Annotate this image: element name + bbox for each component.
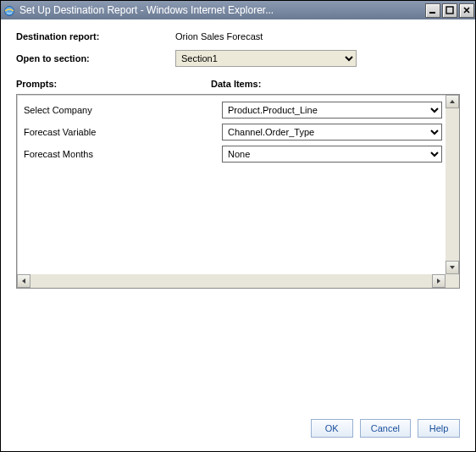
prompt-row: Forecast Variable Channel.Order_Type [24,124,442,141]
close-button[interactable] [459,3,474,18]
ie-icon [3,3,16,17]
prompt-label: Forecast Months [24,149,222,159]
open-to-section-label: Open to section: [16,53,175,63]
maximize-button[interactable] [442,3,457,18]
prompts-list: Select Company Product.Product_Line Fore… [17,95,446,274]
data-item-select[interactable]: Channel.Order_Type [222,124,442,141]
svg-rect-1 [429,12,435,14]
prompt-row: Forecast Months None [24,146,442,163]
prompt-label: Select Company [24,105,222,115]
window-controls [424,2,475,19]
window-title: Set Up Destination Report - Windows Inte… [19,4,424,16]
data-item-select[interactable]: None [222,146,442,163]
help-button[interactable]: Help [418,419,460,438]
scroll-down-icon[interactable] [446,261,459,274]
scroll-right-icon[interactable] [432,274,446,288]
open-to-section-select[interactable]: Section1 [175,50,357,67]
data-item-select[interactable]: Product.Product_Line [222,102,442,119]
svg-rect-2 [446,7,453,14]
prompts-pane: Select Company Product.Product_Line Fore… [16,94,460,289]
vertical-scrollbar[interactable] [446,95,459,274]
scroll-left-icon[interactable] [17,274,30,288]
prompt-row: Select Company Product.Product_Line [24,102,442,119]
titlebar: Set Up Destination Report - Windows Inte… [1,1,475,19]
scroll-up-icon[interactable] [446,95,459,108]
prompt-label: Forecast Variable [24,127,222,137]
scroll-corner [446,274,459,288]
data-items-header: Data Items: [211,79,460,89]
horizontal-scrollbar[interactable] [17,274,446,288]
destination-report-value: Orion Sales Forecast [175,31,460,41]
destination-report-label: Destination report: [16,31,175,41]
cancel-button[interactable]: Cancel [360,419,411,438]
prompts-header: Prompts: [16,79,211,89]
ok-button[interactable]: OK [311,419,353,438]
dialog-content: Destination report: Orion Sales Forecast… [1,19,475,451]
button-row: OK Cancel Help [16,419,460,438]
minimize-button[interactable] [425,3,440,18]
